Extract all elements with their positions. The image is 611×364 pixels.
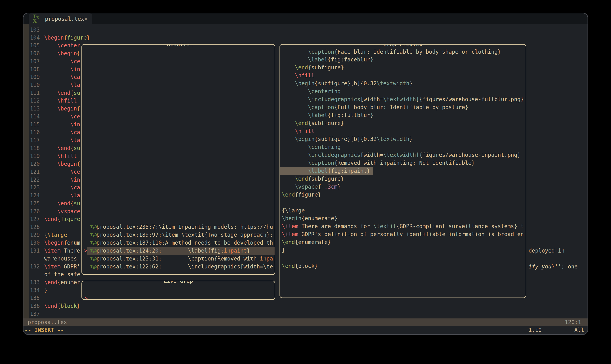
- statusline: proposal.tex 120:1: [24, 318, 587, 326]
- token: {figure}: [295, 192, 321, 198]
- code-line[interactable]: \la: [44, 81, 80, 89]
- code-line[interactable]: warehouses: [44, 255, 77, 263]
- token: {subfigure}: [308, 120, 344, 126]
- code-line[interactable]: }: [44, 286, 48, 294]
- token: \includegraphics: [308, 96, 360, 103]
- code-line[interactable]: \center: [44, 42, 80, 50]
- line-number: 111: [29, 89, 40, 97]
- code-line[interactable]: \ca: [44, 129, 80, 136]
- code-line[interactable]: \vspace: [44, 208, 80, 216]
- line-number: 106: [29, 50, 40, 58]
- tex-file-icon: TEX: [90, 233, 98, 237]
- code-line[interactable]: {\large: [44, 231, 67, 239]
- mode-indicator: -- INSERT --: [25, 326, 64, 334]
- token: su: [74, 90, 80, 96]
- indent-guide: [58, 168, 58, 200]
- token: \begin: [44, 240, 64, 246]
- code-line[interactable]: \begin{figure}: [44, 34, 90, 42]
- preview-line: \end{subfigure}: [280, 175, 344, 183]
- tex-file-icon: TEX: [90, 265, 98, 269]
- code-line[interactable]: \end{su: [44, 144, 80, 152]
- code-line[interactable]: \item There: [44, 247, 80, 255]
- token: \la: [70, 82, 80, 88]
- result-item[interactable]: TEXproposal.tex:187:110:A method needs t…: [82, 239, 275, 247]
- code-line[interactable]: \hfill: [44, 152, 77, 160]
- code-line[interactable]: \end{su: [44, 200, 80, 208]
- code-line[interactable]: \ca: [44, 73, 80, 81]
- code-line[interactable]: \in: [44, 176, 80, 184]
- code-line[interactable]: \item GDPR': [44, 263, 80, 271]
- token: \begin: [57, 105, 77, 112]
- code-line[interactable]: \end{figure: [44, 215, 80, 223]
- token: \large: [48, 232, 67, 238]
- preview-line: \vspace{-.3cm}: [280, 183, 341, 191]
- code-line[interactable]: \ce: [44, 113, 80, 121]
- token: }: [247, 247, 250, 254]
- code-line[interactable]: \end{su: [44, 89, 80, 97]
- result-item[interactable]: TEXproposal.tex:189:97:\item \textit{Two…: [82, 231, 275, 239]
- tex-file-icon: TEX: [33, 14, 42, 24]
- token: \hfill: [57, 153, 77, 159]
- code-line[interactable]: \la: [44, 136, 80, 144]
- close-icon[interactable]: ×: [84, 15, 88, 22]
- preview-line: \item There are demands for \textit{GDPR…: [280, 222, 524, 231]
- token: \end: [57, 90, 70, 96]
- token: \centering: [308, 144, 341, 150]
- result-item[interactable]: TEXproposal.tex:122:62: \includegraphics…: [82, 263, 275, 271]
- preview-line: \end{figure}: [280, 191, 321, 199]
- token: inpa: [260, 255, 273, 262]
- code-line[interactable]: \ce: [44, 58, 80, 65]
- live-grep-input[interactable]: > inpaint 6 / 6: [82, 286, 275, 294]
- token: {enumerate}: [301, 215, 337, 221]
- token: ]{figures/warehouse-inpaint.png}: [416, 152, 520, 158]
- token: [width=: [360, 152, 383, 158]
- line-number: 135: [29, 294, 40, 302]
- code-line[interactable]: \ce: [44, 168, 80, 176]
- token: \hfill: [295, 128, 314, 134]
- code-line[interactable]: \end{enumer: [44, 279, 80, 286]
- preview-line: \centering: [280, 88, 341, 96]
- token: \label: [308, 56, 328, 63]
- code-line[interactable]: \end{block}: [44, 302, 80, 310]
- token: \end: [44, 303, 57, 309]
- token: [44, 82, 70, 88]
- token: [44, 153, 57, 159]
- line-number: 110: [29, 81, 40, 89]
- code-line[interactable]: \hfill: [44, 97, 77, 105]
- scroll-indicator: All: [574, 326, 584, 334]
- token: \item: [282, 231, 298, 237]
- result-item[interactable]: >TEXproposal.tex:124:20: \label{fig:inpa…: [82, 247, 275, 255]
- token: [44, 74, 70, 80]
- token: \ca: [70, 129, 80, 135]
- token: [44, 184, 70, 191]
- results-title: Results: [164, 44, 192, 48]
- token: \in: [70, 121, 80, 128]
- preview-line: \centering: [280, 143, 341, 151]
- preview-line: [280, 199, 282, 207]
- token: [282, 152, 308, 158]
- token: [282, 128, 295, 134]
- code-line[interactable]: of the safe: [44, 271, 80, 279]
- token: [282, 183, 295, 190]
- code-line[interactable]: \begin{enum: [44, 239, 80, 247]
- results-list: TEXproposal.tex:235:7:\item Inpainting m…: [82, 45, 275, 274]
- code-line[interactable]: \la: [44, 192, 80, 200]
- token: proposal.tex:124:20: \label{fig:: [96, 247, 224, 254]
- preview-line: {\large: [280, 207, 305, 215]
- token: [282, 80, 295, 87]
- result-item[interactable]: TEXproposal.tex:235:7:\item Inpainting m…: [82, 223, 275, 231]
- code-line[interactable]: \ca: [44, 184, 80, 192]
- indent-guide: [58, 58, 58, 89]
- code-line[interactable]: \begin{: [44, 50, 80, 58]
- token: ify you: [529, 263, 551, 270]
- code-line[interactable]: \begin{: [44, 160, 80, 168]
- result-item[interactable]: TEXproposal.tex:123:31: \caption{Removed…: [82, 255, 275, 263]
- tab-proposal-tex[interactable]: TEX proposal.tex ×: [29, 13, 92, 24]
- token: [44, 97, 57, 104]
- code-line[interactable]: \begin{: [44, 105, 80, 113]
- token: \label: [308, 112, 328, 118]
- tex-file-icon: TEX: [90, 241, 98, 245]
- token: \begin: [295, 80, 314, 87]
- code-line[interactable]: \in: [44, 121, 80, 129]
- code-line[interactable]: \in: [44, 65, 80, 73]
